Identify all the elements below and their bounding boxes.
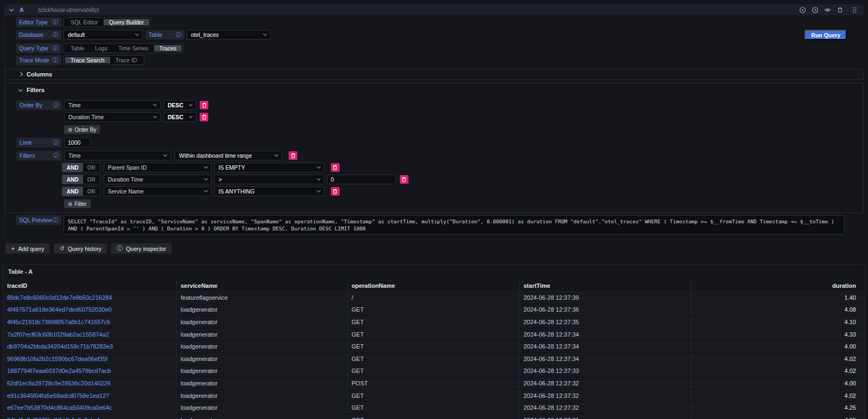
- query-type-traces[interactable]: Traces: [154, 45, 182, 51]
- info-icon[interactable]: ⓘ: [53, 46, 58, 51]
- editor-type-row: Editor Type ⓘ SQL Editor Query Builder: [16, 17, 864, 27]
- table-row: 4f497571a618e364ed7ded60752030e0 loadgen…: [3, 304, 865, 317]
- table-select[interactable]: otel_traces: [187, 30, 271, 40]
- chevron-right-icon: [18, 72, 23, 76]
- history-clock-icon[interactable]: [812, 7, 819, 14]
- trace-search-option[interactable]: Trace Search: [65, 57, 110, 63]
- chevron-down-icon: [18, 87, 23, 91]
- filters-label: Filters ⓘ: [16, 151, 62, 160]
- filter-condition-row: AND OR Duration Time > 0: [62, 175, 863, 184]
- query-type-radio-group: Table Logs Time Series Traces: [63, 43, 183, 53]
- info-icon[interactable]: ⓘ: [53, 153, 59, 158]
- order-by-field-select[interactable]: Duration Time: [64, 112, 161, 122]
- trace-id-link[interactable]: e91c3645f04fa5e58adcd0758e1ea127: [3, 390, 177, 402]
- database-select[interactable]: default: [63, 30, 143, 40]
- trace-id-link[interactable]: 96968b10fa2b2c1590bc67dea06ef35f: [3, 353, 177, 365]
- remove-order-by-button[interactable]: [200, 113, 208, 121]
- trash-icon[interactable]: [837, 7, 844, 14]
- or-option[interactable]: OR: [83, 163, 100, 172]
- filter-field-select[interactable]: Parent Span ID: [104, 163, 212, 172]
- add-query-button[interactable]: + Add query: [5, 243, 49, 254]
- add-order-by-button[interactable]: ⊕ Order By: [64, 125, 100, 134]
- drag-handle-icon[interactable]: [851, 7, 858, 14]
- columns-section-header[interactable]: Columns: [5, 69, 864, 80]
- info-icon[interactable]: ⓘ: [53, 102, 59, 108]
- filter-operator-select[interactable]: Within dashboard time range: [175, 151, 282, 160]
- table-row-partial: 84bd1a2cf5075bd17d4b1c3a0cbc1aec loadgen…: [3, 414, 865, 419]
- query-builder-option[interactable]: Query Builder: [104, 19, 149, 25]
- trace-id-link[interactable]: 4f45c21918c73698057a8b1c741657c6: [3, 316, 177, 328]
- order-by-direction-select[interactable]: DESC: [163, 100, 196, 110]
- filters-section-header[interactable]: Filters: [5, 83, 863, 93]
- filter-operator-select[interactable]: IS ANYTHING: [214, 186, 324, 196]
- table-row: 1887794f7eaa6037d0e2a4579bcd7acb loadgen…: [3, 365, 865, 378]
- filter-field-select[interactable]: Time: [64, 151, 171, 160]
- trace-id-link[interactable]: 62df1ec9a29728c9e29536c20d140226: [3, 377, 177, 389]
- query-type-table[interactable]: Table: [65, 45, 90, 51]
- filter-field-select[interactable]: Service Name: [104, 186, 212, 196]
- column-header-starttime[interactable]: startTime: [520, 280, 691, 291]
- remove-filter-button[interactable]: [289, 151, 297, 160]
- editor-type-radio-group: SQL Editor Query Builder: [63, 17, 151, 27]
- info-icon[interactable]: ⓘ: [53, 32, 58, 37]
- history-icon: ↺: [59, 246, 64, 252]
- order-by-direction-select[interactable]: DESC: [163, 112, 196, 122]
- info-icon[interactable]: ⓘ: [53, 20, 58, 25]
- limit-row: Limit ⓘ 1000: [16, 138, 863, 147]
- limit-label: Limit ⓘ: [16, 138, 62, 147]
- trace-id-link[interactable]: 84bd1a2cf5075bd17d4b1c3a0cbc1aec: [3, 414, 177, 419]
- filter-operator-select[interactable]: IS EMPTY: [214, 163, 324, 172]
- sql-editor-option[interactable]: SQL Editor: [65, 19, 104, 25]
- trace-id-link[interactable]: 7a2f07ecf63c60b1029ab2ac155874a2: [3, 328, 177, 340]
- info-icon[interactable]: ⓘ: [176, 32, 181, 37]
- table-header: traceID serviceName operationName startT…: [3, 280, 865, 292]
- column-header-traceid[interactable]: traceID: [3, 280, 177, 291]
- query-inspector-button[interactable]: ⓘ Query inspector: [111, 243, 171, 254]
- info-icon[interactable]: ⓘ: [53, 57, 58, 63]
- filter-operator-select[interactable]: >: [214, 175, 324, 184]
- or-option[interactable]: OR: [83, 187, 100, 196]
- filter-time-row: Filters ⓘ Time Within dashboard time ran…: [16, 151, 863, 160]
- trace-id-link[interactable]: 1887794f7eaa6037d0e2a4579bcd7acb: [3, 365, 177, 377]
- remove-filter-button[interactable]: [400, 175, 409, 184]
- column-header-operationname[interactable]: operationName: [348, 280, 520, 291]
- database-table-row: Database ⓘ default Table ⓘ otel_traces: [16, 30, 864, 40]
- column-header-servicename[interactable]: serviceName: [177, 280, 348, 291]
- table-panel: Table - A traceID serviceName operationN…: [3, 264, 865, 419]
- trace-id-link[interactable]: e67ee7b53870d4c864ca50409ca0e64c: [3, 402, 177, 414]
- info-icon[interactable]: ⓘ: [53, 217, 58, 223]
- and-option[interactable]: AND: [62, 163, 83, 172]
- order-by-row: Duration Time DESC: [64, 112, 863, 122]
- add-filter-button[interactable]: ⊕ Filter: [64, 199, 91, 208]
- filters-section: Filters Order By ⓘ Time DESC: [5, 83, 864, 213]
- trace-id-option[interactable]: Trace ID: [110, 57, 143, 63]
- info-icon: ⓘ: [117, 246, 123, 252]
- trace-mode-row: Trace Mode ⓘ Trace Search Trace ID: [16, 55, 864, 65]
- query-type-logs[interactable]: Logs: [90, 45, 113, 51]
- or-option[interactable]: OR: [83, 175, 100, 184]
- order-by-field-select[interactable]: Time: [64, 100, 161, 110]
- trace-id-link[interactable]: 4f497571a618e364ed7ded60752030e0: [3, 304, 177, 316]
- collapse-chevron-icon[interactable]: [9, 7, 14, 11]
- remove-filter-button[interactable]: [331, 187, 340, 196]
- and-option[interactable]: AND: [62, 175, 83, 184]
- remove-order-by-button[interactable]: [200, 101, 208, 109]
- table-row: 7a2f07ecf63c60b1029ab2ac155874a2 loadgen…: [3, 328, 865, 341]
- query-history-button[interactable]: ↺ Query history: [54, 243, 107, 254]
- query-type-timeseries[interactable]: Time Series: [113, 45, 154, 51]
- query-type-row: Query Type ⓘ Table Logs Time Series Trac…: [16, 43, 864, 53]
- record-circle-icon[interactable]: [799, 7, 806, 14]
- filter-value-input[interactable]: 0: [327, 175, 396, 184]
- eye-icon[interactable]: [824, 7, 831, 14]
- plus-circle-icon: ⊕: [68, 201, 72, 207]
- run-query-button[interactable]: Run Query: [805, 30, 847, 40]
- trace-id-link[interactable]: 89dc7e8c6060c0d12de7e9b50c216284: [3, 292, 177, 304]
- filter-field-select[interactable]: Duration Time: [104, 175, 212, 184]
- and-option[interactable]: AND: [62, 187, 83, 196]
- table-row: e91c3645f04fa5e58adcd0758e1ea127 loadgen…: [3, 390, 865, 402]
- remove-filter-button[interactable]: [331, 163, 340, 172]
- column-header-duration[interactable]: duration: [691, 280, 865, 291]
- info-icon[interactable]: ⓘ: [53, 140, 59, 145]
- trace-id-link[interactable]: db9704a2bbda34204d159c71b78283e3: [3, 340, 177, 352]
- limit-input[interactable]: 1000: [64, 138, 91, 147]
